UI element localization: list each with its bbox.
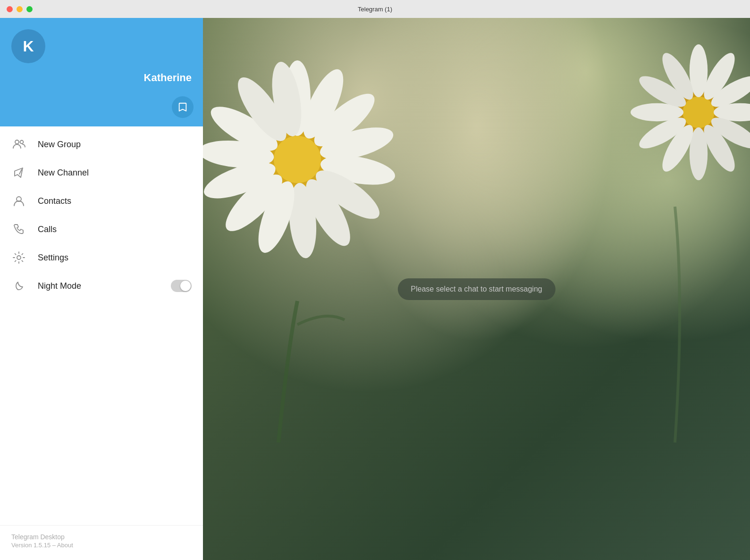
chat-prompt: Please select a chat to start messaging <box>397 278 555 300</box>
saved-messages-button[interactable] <box>172 96 194 118</box>
menu-item-settings[interactable]: Settings <box>0 243 203 272</box>
avatar[interactable]: K <box>11 29 45 63</box>
svg-point-3 <box>17 256 21 259</box>
close-button[interactable] <box>7 6 13 12</box>
menu-item-new-group[interactable]: New Group <box>0 130 203 159</box>
settings-icon <box>11 250 26 265</box>
menu-item-new-channel[interactable]: New Channel <box>0 159 203 187</box>
night-mode-label: Night Mode <box>38 281 160 291</box>
titlebar: Telegram (1) <box>0 0 750 18</box>
minimize-button[interactable] <box>17 6 23 12</box>
night-mode-toggle[interactable] <box>171 280 192 292</box>
group-icon <box>11 137 26 152</box>
sidebar-footer: Telegram Desktop Version 1.5.15 – About <box>0 525 203 560</box>
version-info: Version 1.5.15 – About <box>11 542 192 549</box>
window-controls <box>7 6 33 12</box>
window-title: Telegram (1) <box>358 6 392 13</box>
settings-label: Settings <box>38 253 68 263</box>
new-group-label: New Group <box>38 140 81 150</box>
app-container: K Katherine <box>0 18 750 560</box>
app-name: Telegram Desktop <box>11 533 192 541</box>
svg-point-1 <box>20 141 24 144</box>
profile-header: K Katherine <box>0 18 203 126</box>
new-channel-label: New Channel <box>38 168 89 178</box>
svg-point-0 <box>15 140 19 144</box>
maximize-button[interactable] <box>26 6 33 12</box>
menu-item-contacts[interactable]: Contacts <box>0 187 203 215</box>
contacts-icon <box>11 193 26 209</box>
main-content: Please select a chat to start messaging <box>203 18 750 560</box>
menu-item-calls[interactable]: Calls <box>0 215 203 243</box>
sidebar: K Katherine <box>0 18 203 560</box>
channel-icon <box>11 165 26 180</box>
night-mode-icon <box>11 278 26 293</box>
menu: New Group New Channel <box>0 126 203 525</box>
toggle-knob <box>180 281 191 291</box>
bookmark-icon <box>177 102 188 112</box>
calls-label: Calls <box>38 225 57 234</box>
menu-item-night-mode[interactable]: Night Mode <box>0 272 203 300</box>
contacts-label: Contacts <box>38 196 71 206</box>
calls-icon <box>11 222 26 237</box>
